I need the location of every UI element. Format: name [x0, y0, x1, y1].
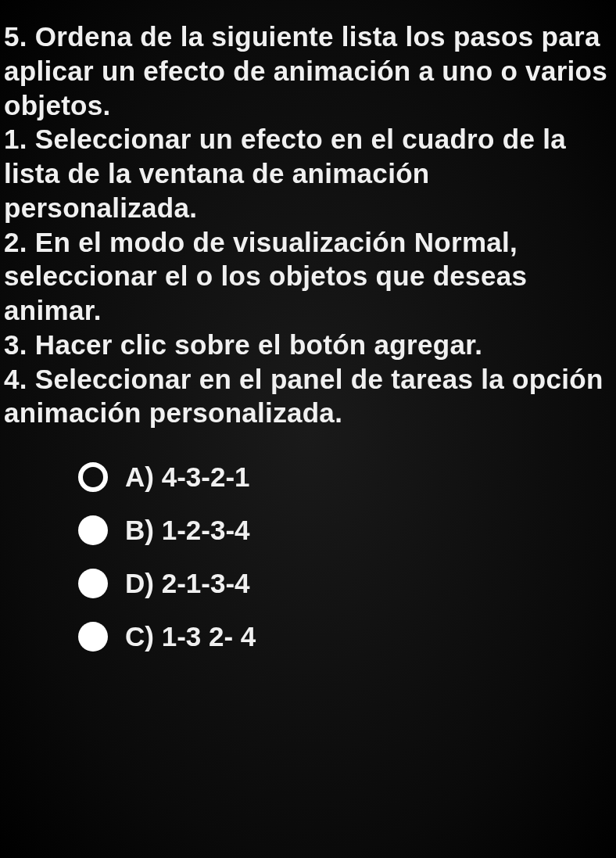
option-letter: D): [125, 568, 154, 598]
option-text: 1-3 2- 4: [162, 621, 256, 652]
option-label: B) 1-2-3-4: [125, 515, 250, 546]
option-b[interactable]: B) 1-2-3-4: [78, 515, 612, 546]
option-c[interactable]: C) 1-3 2- 4: [78, 621, 612, 652]
option-letter: C): [125, 621, 154, 652]
radio-selected-icon: [78, 462, 108, 492]
option-text: 2-1-3-4: [162, 568, 250, 598]
question-item-3: 3. Hacer clic sobre el botón agregar.: [4, 329, 482, 360]
radio-unselected-icon: [78, 622, 108, 652]
question-number: 5.: [4, 21, 27, 52]
question-prompt: Ordena de la siguiente lista los pasos p…: [4, 21, 607, 120]
question-item-4: 4. Seleccionar en el panel de tareas la …: [4, 364, 603, 429]
option-a[interactable]: A) 4-3-2-1: [78, 461, 612, 493]
option-text: 1-2-3-4: [162, 515, 250, 545]
option-label: C) 1-3 2- 4: [125, 621, 256, 652]
option-d[interactable]: D) 2-1-3-4: [78, 568, 612, 599]
question-item-1: 1. Seleccionar un efecto en el cuadro de…: [4, 124, 566, 223]
question-block: 5. Ordena de la siguiente lista los paso…: [4, 20, 612, 430]
options-list: A) 4-3-2-1 B) 1-2-3-4 D) 2-1-3-4 C) 1-3 …: [4, 461, 612, 652]
option-label: D) 2-1-3-4: [125, 568, 250, 599]
question-item-2: 2. En el modo de visualización Normal, s…: [4, 227, 527, 326]
option-letter: B): [125, 515, 154, 545]
option-label: A) 4-3-2-1: [125, 461, 250, 493]
radio-unselected-icon: [78, 515, 108, 545]
radio-unselected-icon: [78, 569, 108, 598]
option-letter: A): [125, 461, 154, 492]
option-text: 4-3-2-1: [162, 461, 250, 492]
